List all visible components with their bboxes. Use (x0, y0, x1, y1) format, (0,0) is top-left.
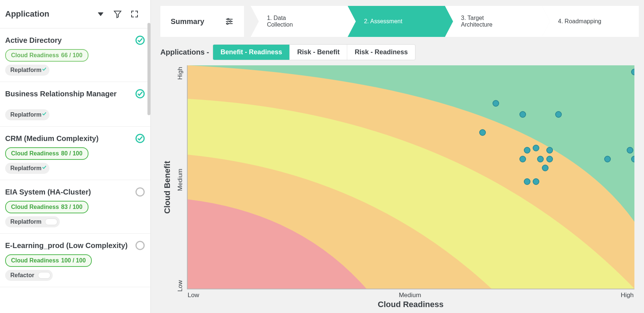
strategy-label: Replatform (10, 164, 41, 172)
strategy-label: Replatform (10, 66, 41, 74)
svg-point-10 (227, 23, 228, 24)
check-icon (41, 111, 47, 119)
chart-container: Cloud Benefit High Medium Low (151, 62, 644, 313)
chart-tab-prefix: Applications - (160, 48, 209, 56)
data-point[interactable] (519, 111, 526, 118)
chart-xlabel: Cloud Readiness (187, 299, 634, 309)
application-item[interactable]: Business Relationship Manager Replatform (0, 82, 150, 127)
application-list[interactable]: Active Directory Cloud Readiness66 / 100… (0, 28, 150, 313)
data-point[interactable] (546, 147, 553, 154)
data-point[interactable] (533, 178, 539, 185)
main-panel: Summary 1. DataCollection2. Assessment3.… (151, 0, 644, 313)
readiness-score: 100 / 100 (61, 257, 86, 265)
data-point[interactable] (555, 111, 562, 118)
data-point[interactable] (519, 156, 526, 162)
strategy-badge[interactable]: Refactor (5, 270, 53, 281)
application-name: Business Relationship Manager (5, 90, 116, 98)
application-name: EIA System (HA-Cluster) (5, 188, 91, 196)
sidebar: Application Active Directory Cloud Readi… (0, 0, 151, 313)
filter-icon[interactable] (109, 7, 126, 21)
chart-tab[interactable]: Risk - Benefit (290, 45, 347, 60)
step-summary[interactable]: Summary (160, 6, 215, 37)
application-name: E-Learning_prod (Low Complexity) (5, 241, 128, 250)
application-item[interactable]: Active Directory Cloud Readiness66 / 100… (0, 28, 150, 82)
step-settings-button[interactable] (215, 6, 244, 37)
xtick-high: High (621, 292, 634, 299)
process-stepper: Summary 1. DataCollection2. Assessment3.… (151, 6, 644, 37)
expand-icon[interactable] (126, 7, 143, 21)
check-icon (41, 164, 47, 172)
chart-tab-bar: Applications - Benefit - ReadinessRisk -… (151, 37, 644, 62)
strategy-toggle[interactable] (38, 272, 51, 279)
strategy-label: Refactor (10, 271, 34, 279)
step-2[interactable]: 2. Assessment (348, 6, 445, 37)
data-point[interactable] (524, 147, 530, 154)
data-point[interactable] (479, 129, 486, 136)
data-point[interactable] (627, 147, 633, 154)
readiness-badge: Cloud Readiness66 / 100 (5, 49, 88, 62)
readiness-score: 80 / 100 (61, 149, 83, 158)
status-indicator[interactable] (135, 187, 145, 197)
status-indicator[interactable] (135, 133, 145, 144)
step-label: 1. DataCollection (267, 15, 293, 28)
chart-xticks: Low Medium High (187, 289, 634, 299)
readiness-badge: Cloud Readiness100 / 100 (5, 254, 92, 267)
ytick-high: High (177, 67, 184, 80)
data-point[interactable] (546, 156, 553, 162)
status-indicator[interactable] (135, 240, 145, 251)
strategy-badge[interactable]: Replatform (5, 109, 49, 120)
xtick-medium: Medium (399, 292, 421, 299)
step-1[interactable]: 1. DataCollection (251, 6, 348, 37)
strategy-label: Replatform (10, 218, 41, 226)
application-item[interactable]: E-Learning_prod (Low Complexity) Cloud R… (0, 234, 150, 287)
application-item[interactable]: EIA System (HA-Cluster) Cloud Readiness8… (0, 180, 150, 234)
sidebar-header: Application (0, 0, 150, 28)
data-point[interactable] (524, 178, 530, 185)
strategy-toggle[interactable] (45, 219, 58, 225)
chart-yticks: High Medium Low (174, 65, 187, 309)
application-item[interactable]: CRM (Medium Complexity) Cloud Readiness8… (0, 127, 150, 180)
svg-point-8 (230, 21, 231, 22)
scrollbar-thumb[interactable] (147, 23, 150, 115)
step-4[interactable]: 4. Roadmapping (542, 6, 639, 37)
chart-ylabel: Cloud Benefit (160, 161, 174, 214)
application-name: CRM (Medium Complexity) (5, 134, 98, 143)
strategy-badge[interactable]: Replatform (5, 216, 60, 227)
step-label: 4. Roadmapping (558, 18, 601, 25)
status-indicator[interactable] (135, 89, 145, 99)
readiness-score: 66 / 100 (61, 51, 83, 59)
sort-dropdown[interactable] (92, 7, 109, 21)
status-indicator[interactable] (135, 35, 145, 45)
ytick-low: Low (177, 280, 184, 292)
sidebar-title: Application (5, 9, 92, 19)
step-summary-label: Summary (171, 17, 204, 26)
readiness-badge: Cloud Readiness80 / 100 (5, 147, 88, 160)
check-icon (41, 66, 47, 74)
readiness-score: 83 / 100 (61, 203, 83, 211)
readiness-label: Cloud Readiness (11, 51, 59, 59)
chart-tab[interactable]: Risk - Readiness (347, 45, 415, 60)
scatter-plot[interactable] (187, 65, 634, 289)
step-label: 2. Assessment (364, 18, 402, 25)
step-label: 3. TargetArchitecture (461, 15, 492, 28)
readiness-label: Cloud Readiness (11, 203, 59, 211)
readiness-label: Cloud Readiness (11, 257, 59, 265)
readiness-badge: Cloud Readiness83 / 100 (5, 201, 88, 213)
data-point[interactable] (542, 165, 549, 171)
application-name: Active Directory (5, 36, 62, 45)
strategy-badge[interactable]: Replatform (5, 163, 49, 174)
step-3[interactable]: 3. TargetArchitecture (445, 6, 542, 37)
strategy-label: Replatform (10, 111, 41, 119)
svg-point-6 (227, 18, 229, 20)
xtick-low: Low (188, 292, 199, 299)
svg-point-4 (136, 241, 144, 250)
ytick-medium: Medium (177, 169, 184, 191)
data-point[interactable] (492, 100, 499, 107)
readiness-label: Cloud Readiness (11, 149, 59, 158)
svg-point-3 (136, 188, 144, 196)
strategy-badge[interactable]: Replatform (5, 65, 49, 76)
chart-tab[interactable]: Benefit - Readiness (213, 45, 290, 60)
